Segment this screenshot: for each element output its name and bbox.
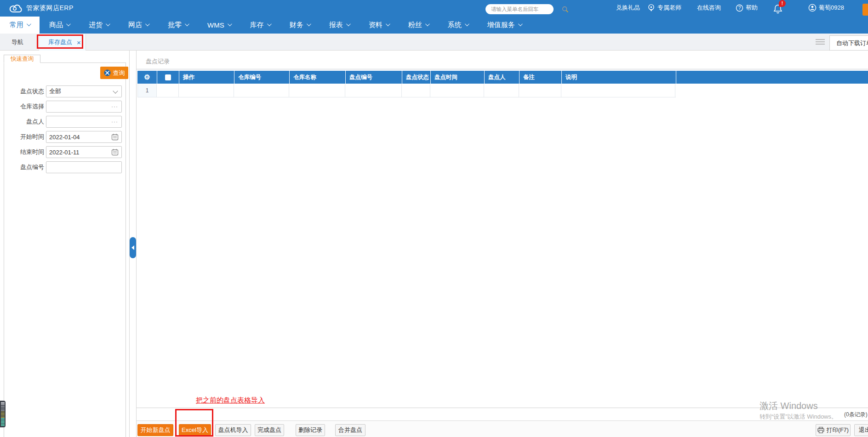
chevron-down-icon (307, 22, 311, 26)
count-status-select[interactable] (46, 85, 122, 97)
menu-item-piling[interactable]: 批零 (158, 17, 198, 34)
column-header[interactable]: 盘点状态 (402, 71, 430, 84)
warehouse-input[interactable] (46, 101, 111, 112)
auto-download-orders-button[interactable]: 自动下载订单 (829, 35, 868, 51)
erp-app: 管家婆网店ERP 兑换礼品 专属老师 (0, 0, 868, 437)
location-pin-icon (647, 4, 655, 12)
menu-item-wms[interactable]: WMS (198, 17, 240, 34)
menu-item-zengzhifuwu[interactable]: 增值服务 (478, 17, 531, 34)
menu-item-shangpin[interactable]: 商品 (40, 17, 79, 34)
calendar-icon[interactable] (111, 133, 119, 141)
menu-item-fensi[interactable]: 粉丝 (399, 17, 438, 34)
query-button[interactable]: 查询 (100, 67, 128, 79)
menu-search (485, 4, 554, 14)
close-icon[interactable]: × (77, 39, 81, 46)
username: 葡萄0928 (819, 4, 844, 12)
column-header[interactable]: 盘点编号 (345, 71, 402, 84)
menu-item-xitong[interactable]: 系统 (438, 17, 478, 34)
merge-count-button[interactable]: 合并盘点 (335, 424, 365, 436)
counter-person-picker[interactable]: ··· (46, 116, 122, 128)
chevron-down-icon (518, 22, 523, 26)
chevron-down-icon (106, 22, 110, 26)
end-date-input[interactable] (46, 146, 122, 158)
table-cell (402, 84, 430, 97)
tab-inventory-count[interactable]: 库存盘点 × (39, 34, 86, 51)
online-consult-link[interactable]: 在线咨询 (697, 0, 721, 16)
user-menu[interactable]: 葡萄0928 (808, 0, 844, 16)
sidebar-collapse-handle[interactable] (130, 237, 136, 258)
chevron-down-icon (346, 22, 351, 26)
gift-exchange-link[interactable]: 兑换礼品 (616, 0, 640, 16)
menu-item-ziliao[interactable]: 资料 (359, 17, 399, 34)
column-header[interactable]: 说明 (561, 71, 676, 84)
start-new-count-button[interactable]: 开始新盘点 (137, 424, 173, 436)
counter-person-input[interactable] (46, 116, 111, 127)
column-header[interactable]: 备注 (519, 71, 561, 84)
screen-edge-widget[interactable] (0, 401, 6, 427)
quick-query-tab[interactable]: 快速查询 (4, 55, 40, 63)
notification-badge: ! (779, 0, 786, 7)
user-avatar-icon (808, 4, 817, 12)
search-icon[interactable] (562, 6, 569, 13)
finish-count-button[interactable]: 完成盘点 (255, 424, 284, 436)
table-cell (345, 84, 402, 97)
ellipsis-picker-icon[interactable]: ··· (111, 103, 118, 110)
chevron-down-icon (465, 22, 469, 26)
count-number-value[interactable] (46, 162, 121, 173)
row-checkbox-cell[interactable] (157, 84, 179, 97)
windows-activation-hint: 转到“设置”以激活 Windows。 (760, 413, 837, 421)
delete-record-button[interactable]: 删除记录 (296, 424, 325, 436)
main-menu: 常用 商品 进货 网店 批零 WMS 库存 财务 报表 资料 粉丝 系统 增值服… (0, 17, 868, 34)
record-count: (0条记录) (844, 411, 868, 419)
start-date-input[interactable] (46, 131, 122, 143)
dedicated-teacher-link[interactable]: 专属老师 (647, 0, 681, 16)
menu-item-jinhuo[interactable]: 进货 (79, 17, 119, 34)
exit-button[interactable]: 退出 (854, 424, 868, 436)
column-header-filler (676, 71, 868, 84)
column-settings-cell[interactable]: ⚙ (137, 71, 157, 84)
widget-stripes-yellow (1, 412, 5, 418)
chevron-down-icon (386, 22, 390, 26)
tab-bar: 导航 库存盘点 × 自动下载订单 (0, 34, 868, 51)
menu-item-caiwu[interactable]: 财务 (280, 17, 320, 34)
svg-text:?: ? (738, 6, 741, 11)
column-header[interactable]: 仓库名称 (289, 71, 345, 84)
widget-stripes-teal (1, 418, 5, 426)
table-row[interactable]: 1 (137, 84, 676, 97)
annotation-note: 把之前的盘点表格导入 (196, 396, 265, 405)
select-all-checkbox[interactable] (165, 74, 171, 80)
column-header[interactable]: 仓库编号 (234, 71, 289, 84)
menu-item-baobiao[interactable]: 报表 (320, 17, 359, 34)
task-list-icon[interactable] (816, 39, 825, 45)
column-header[interactable]: 盘点时间 (430, 71, 484, 84)
count-status-value[interactable] (46, 86, 114, 97)
table-cell (234, 84, 289, 97)
chevron-down-icon (113, 88, 118, 93)
table-cell (484, 84, 519, 97)
end-date-value[interactable] (46, 147, 111, 158)
warehouse-picker[interactable]: ··· (46, 101, 122, 113)
print-button[interactable]: 打印(F7) (816, 424, 851, 436)
count-number-input[interactable] (46, 161, 122, 173)
help-link[interactable]: ? 帮助 (736, 0, 758, 16)
collapse-left-arrow-icon (131, 245, 134, 250)
corner-orange-tab[interactable] (862, 4, 868, 16)
column-header[interactable]: 操作 (179, 71, 234, 84)
search-input[interactable] (491, 6, 562, 12)
question-circle-icon: ? (736, 4, 743, 12)
gear-icon: ⚙ (144, 73, 150, 81)
tab-navigation[interactable]: 导航 (0, 34, 35, 51)
menu-item-wangdian[interactable]: 网店 (119, 17, 158, 34)
section-title: 盘点记录 (146, 57, 170, 66)
column-header[interactable]: 盘点人 (484, 71, 519, 84)
chevron-down-icon (145, 22, 150, 26)
start-date-value[interactable] (46, 131, 111, 142)
count-machine-import-button[interactable]: 盘点机导入 (215, 424, 251, 436)
menu-item-kucun[interactable]: 库存 (240, 17, 280, 34)
calendar-icon[interactable] (111, 148, 119, 156)
ellipsis-picker-icon[interactable]: ··· (111, 119, 118, 125)
menu-item-changyong[interactable]: 常用 (0, 17, 40, 34)
chevron-down-icon (425, 22, 430, 26)
windows-activation-watermark: 激活 Windows (760, 400, 818, 412)
excel-import-button[interactable]: Excel导入 (179, 424, 211, 436)
